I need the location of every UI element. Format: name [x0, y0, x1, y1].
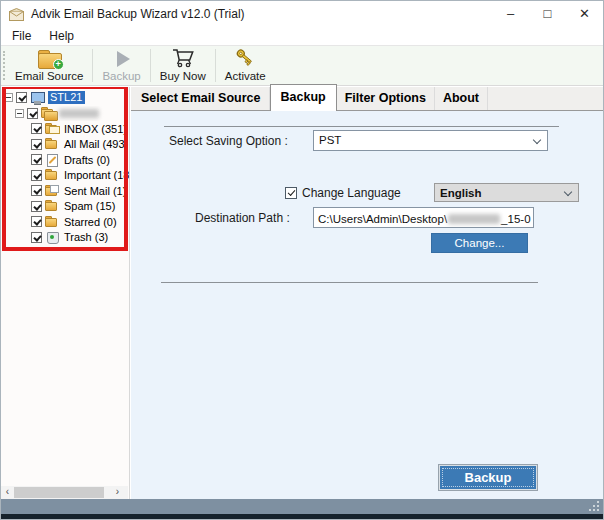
tree-item[interactable]: Sent Mail (1)	[1, 183, 129, 199]
checkbox[interactable]	[16, 92, 27, 103]
tab-filter-options[interactable]: Filter Options	[337, 87, 435, 110]
checkbox[interactable]	[31, 185, 42, 196]
window-controls: – □ ✕	[492, 1, 603, 27]
activate-label: Activate	[225, 70, 266, 82]
envelope-app-icon	[9, 8, 24, 21]
tree-item[interactable]: Trash (3)	[1, 230, 129, 246]
tree-item[interactable]: Drafts (0)	[1, 152, 129, 168]
tree-item-label: Spam (15)	[63, 200, 116, 212]
checkbox[interactable]	[31, 154, 42, 165]
backup-toolbar-label: Backup	[102, 70, 140, 82]
folder-icon	[45, 216, 60, 228]
folder-icon	[45, 200, 60, 212]
horizontal-scrollbar[interactable]: ‹ ›	[1, 486, 128, 499]
tree-item[interactable]: INBOX (351)	[1, 121, 129, 137]
folders-icon	[41, 107, 56, 119]
maximize-icon[interactable]: □	[529, 1, 566, 27]
tree-item-label: Important (18	[63, 169, 129, 181]
sent-icon	[45, 185, 60, 197]
destination-path-prefix: C:\Users\Admin\Desktop\	[318, 213, 447, 225]
minimize-icon[interactable]: –	[492, 1, 529, 27]
saving-option-select[interactable]: PST	[313, 130, 548, 151]
saving-option-value: PST	[319, 134, 341, 146]
cart-icon	[171, 47, 195, 68]
tree-item[interactable]: Important (18	[1, 168, 129, 184]
language-value: English	[440, 187, 482, 199]
tree-item-root[interactable]: STL21	[1, 90, 129, 106]
checkbox[interactable]	[31, 139, 42, 150]
folder-add-icon: +	[38, 49, 61, 68]
scrollbar-thumb[interactable]	[14, 487, 104, 498]
email-source-label: Email Source	[15, 70, 83, 82]
tab-select-email-source[interactable]: Select Email Source	[133, 87, 270, 110]
toolbar-separator	[215, 49, 216, 82]
backup-tab-content: Select Saving Option : PST Change Langua…	[131, 111, 603, 499]
toolbar: + Email Source Backup Buy Now	[1, 45, 603, 86]
saving-option-label: Select Saving Option :	[169, 134, 288, 148]
backup-toolbar-button: Backup	[95, 46, 147, 85]
folder-tree-panel: STL21 INBOX (351) All Mail (493) Drafts …	[1, 87, 130, 499]
resize-grip-icon[interactable]	[597, 509, 599, 511]
tree-item[interactable]: All Mail (493)	[1, 137, 129, 153]
destination-path-suffix: _15-0	[501, 213, 530, 225]
menubar: File Help	[1, 27, 603, 45]
scroll-left-icon[interactable]: ‹	[1, 486, 14, 499]
checkbox[interactable]	[31, 170, 42, 181]
folder-icon	[45, 138, 60, 150]
checkbox[interactable]	[31, 123, 42, 134]
app-window: Advik Email Backup Wizard v12.0 (Trial) …	[0, 0, 604, 520]
activate-button[interactable]: Activate	[218, 46, 273, 85]
toolbar-separator	[92, 49, 93, 82]
change-language-label: Change Language	[302, 186, 401, 200]
collapse-icon[interactable]	[4, 93, 13, 102]
menu-file[interactable]: File	[3, 29, 40, 43]
collapse-icon[interactable]	[15, 109, 24, 118]
backup-play-icon	[113, 49, 130, 68]
checkbox[interactable]	[27, 108, 38, 119]
scroll-right-icon[interactable]: ›	[111, 486, 124, 499]
destination-path-input[interactable]: C:\Users\Admin\Desktop\ _15-0	[313, 207, 534, 228]
tree-item-account[interactable]	[1, 106, 129, 122]
close-icon[interactable]: ✕	[566, 1, 603, 27]
tab-backup[interactable]: Backup	[270, 84, 337, 111]
tree-item[interactable]: Spam (15)	[1, 199, 129, 215]
tree-item-label: INBOX (351)	[63, 123, 128, 135]
divider	[161, 282, 538, 283]
tree-item-label: STL21	[48, 91, 85, 104]
tree-item-label: Trash (3)	[63, 231, 109, 243]
buy-now-label: Buy Now	[160, 70, 206, 82]
folder-icon	[45, 169, 60, 181]
tree-item-label: All Mail (493)	[63, 138, 129, 150]
tree-item-label: Sent Mail (1)	[63, 185, 127, 197]
checkbox[interactable]	[31, 232, 42, 243]
change-language-checkbox[interactable]	[285, 187, 297, 199]
window-title: Advik Email Backup Wizard v12.0 (Trial)	[31, 7, 245, 21]
backup-button[interactable]: Backup	[438, 464, 538, 491]
email-source-button[interactable]: + Email Source	[8, 46, 90, 85]
destination-path-label: Destination Path :	[195, 211, 290, 225]
checkbox[interactable]	[31, 201, 42, 212]
chevron-down-icon	[564, 188, 572, 196]
toolbar-grip	[3, 51, 7, 80]
status-bar	[1, 499, 603, 514]
tab-about[interactable]: About	[435, 87, 488, 110]
blurred-path-segment	[448, 214, 500, 224]
divider	[164, 126, 559, 127]
key-icon	[235, 47, 255, 68]
folder-tree: STL21 INBOX (351) All Mail (493) Drafts …	[1, 90, 129, 245]
tree-folder-list: INBOX (351) All Mail (493) Drafts (0) Im…	[1, 121, 129, 245]
tab-strip: Select Email Source Backup Filter Option…	[131, 87, 603, 111]
tree-item-label: Drafts (0)	[63, 154, 111, 166]
tree-item[interactable]: Starred (0)	[1, 214, 129, 230]
inbox-icon	[45, 123, 60, 135]
chevron-down-icon	[533, 136, 541, 144]
trash-icon	[45, 231, 60, 243]
bottom-strip	[1, 514, 603, 519]
titlebar: Advik Email Backup Wizard v12.0 (Trial) …	[1, 1, 603, 27]
change-path-button[interactable]: Change...	[431, 233, 528, 253]
menu-help[interactable]: Help	[40, 29, 83, 43]
tree-item-label: Starred (0)	[63, 216, 118, 228]
checkbox[interactable]	[31, 216, 42, 227]
buy-now-button[interactable]: Buy Now	[153, 46, 213, 85]
language-select[interactable]: English	[434, 183, 579, 202]
